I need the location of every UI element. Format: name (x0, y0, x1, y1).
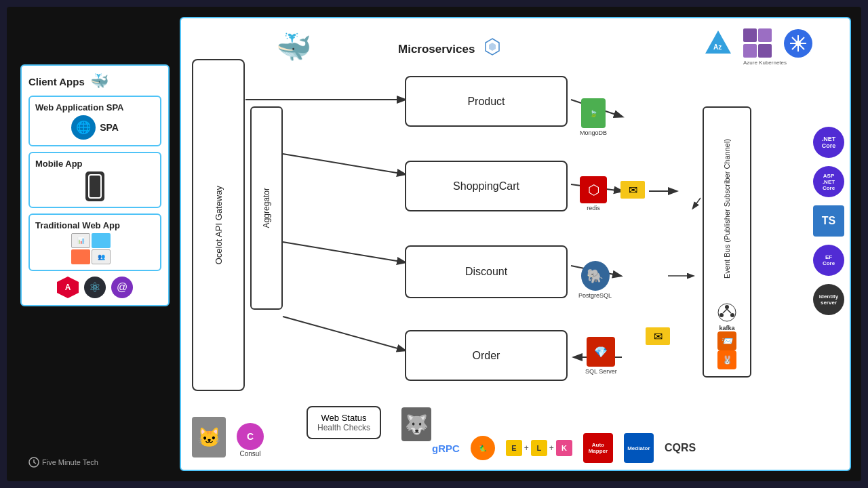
microservices-text: Microservices (398, 43, 475, 56)
gateway-container: Ocelot API Gateway (192, 59, 245, 391)
sidebar-client-apps: Client Apps 🐳 Web Application SPA 🌐 SPA … (20, 64, 170, 306)
elasticsearch-icon: E (506, 440, 522, 456)
grpc-text: gRPC (432, 443, 460, 454)
elk-icons: E + L + K (506, 440, 572, 456)
svg-line-14 (283, 317, 405, 350)
shoppingcart-label: ShoppingCart (453, 180, 519, 192)
masstransit-icon: 📨 (717, 331, 736, 350)
sqlserver-icon: 💎 SQL Server (585, 337, 617, 375)
sidebar-item-web-spa[interactable]: Web Application SPA 🌐 SPA (28, 96, 161, 146)
product-label: Product (467, 96, 505, 108)
svg-point-24 (730, 313, 734, 317)
kafka-label: kafka (719, 325, 734, 331)
typescript-icon: TS (813, 205, 844, 237)
bottom-diag-logos: 🐱 C Consul (192, 417, 264, 458)
consul-label: Consul (239, 450, 260, 458)
docker-mini-icon: 🐳 (90, 73, 108, 90)
webstatus-box: Web Status Health Checks (307, 406, 381, 439)
shoppingcart-service-box: ShoppingCart (405, 161, 568, 211)
svg-line-27 (723, 309, 727, 313)
web-spa-label: Web Application SPA (35, 102, 155, 113)
polly-icon: 🦜 (471, 436, 495, 460)
consul-icon: C (237, 423, 264, 450)
azure-icons: Az Azure Kubernetes (704, 28, 812, 58)
svg-line-13 (283, 242, 405, 262)
ef-core-icon: EFCore (813, 245, 844, 276)
aspnet-icon: ASP.NETCore (813, 166, 844, 197)
phone-icon (85, 171, 104, 201)
redis-label: redis (587, 205, 600, 211)
sidebar-bottom-logos: A ⚛ @ (28, 277, 161, 298)
kibana-icon: K (556, 440, 572, 456)
svg-marker-2 (489, 43, 496, 51)
ocelot-logo: 🐱 (192, 417, 226, 458)
order-service-box: Order (405, 330, 568, 381)
svg-line-12 (283, 154, 405, 174)
outer-frame: Client Apps 🐳 Web Application SPA 🌐 SPA … (7, 7, 861, 481)
postgresql-icon: 🐘 PostgreSQL (578, 261, 612, 299)
aks-icon: Azure Kubernetes (743, 28, 773, 58)
traditional-icon: 📊 👥 (71, 233, 119, 264)
automapper-icon: AutoMapper (583, 433, 613, 463)
postgresql-label: PostgreSQL (578, 292, 612, 299)
eventbus-container: Event Bus (Publisher Subscriber Channel)… (703, 106, 751, 378)
dotnet-icon: .NETCore (813, 127, 844, 158)
sidebar-item-mobile[interactable]: Mobile App (28, 152, 161, 208)
svg-point-25 (719, 313, 724, 317)
kubernetes-icon (784, 29, 812, 58)
discount-service-box: Discount (405, 245, 568, 298)
mobile-label: Mobile App (35, 159, 155, 169)
microservices-label: Microservices (398, 37, 505, 62)
consul-section: C Consul (237, 423, 264, 458)
sidebar-item-traditional[interactable]: Traditional Web App 📊 👥 (28, 214, 161, 271)
svg-point-23 (725, 305, 729, 309)
traditional-label: Traditional Web App (35, 220, 155, 230)
eventbus-label: Event Bus (Publisher Subscriber Channel) (722, 115, 732, 303)
globe-icon: 🌐 (71, 115, 96, 140)
docker-icon: 🐳 (276, 30, 311, 64)
watchdog-icon: 🐺 (401, 407, 431, 441)
microservices-icon (480, 37, 505, 62)
webstatus-line1: Web Status (317, 413, 370, 423)
mongodb-label: MongoDB (580, 129, 607, 136)
aggregator-container: Aggregator (250, 106, 283, 310)
sqlserver-label: SQL Server (585, 368, 617, 375)
spa-label: SPA (100, 122, 119, 133)
azure-icon: Az (704, 29, 732, 58)
angular-icon: A (57, 277, 79, 298)
sidebar-title-text: Client Apps (28, 76, 85, 87)
cqrs-label: CQRS (665, 442, 696, 454)
main-diagram: 🐳 Microservices Az (180, 17, 851, 471)
svg-line-26 (727, 309, 731, 313)
discount-label: Discount (465, 266, 507, 278)
rabbitmq-icon: 🐰 (717, 350, 736, 369)
logstash-icon: L (531, 440, 547, 456)
svg-text:Az: Az (713, 43, 722, 51)
fivemin-label: Five Minute Tech (42, 458, 98, 466)
mongodb-icon: 🍃 MongoDB (580, 98, 607, 136)
svg-line-20 (693, 198, 701, 208)
bottom-tech-strip: gRPC 🦜 E + L + K AutoMapper Mediator CQR… (432, 433, 696, 463)
right-tech-panel: .NETCore ASP.NETCore TS EFCore identitys… (813, 127, 844, 315)
grpc-badge: gRPC (432, 443, 460, 454)
blazor-icon: @ (111, 277, 133, 298)
sidebar-title: Client Apps 🐳 (28, 73, 161, 90)
gateway-label: Ocelot API Gateway (214, 186, 224, 264)
email-icon-discount: ✉ (646, 327, 670, 345)
kafka-section: kafka (717, 303, 736, 331)
aggregator-label: Aggregator (262, 188, 271, 228)
mediator-icon: Mediator (624, 433, 654, 463)
order-label: Order (473, 350, 500, 362)
fivemin-tech-logo: Five Minute Tech (28, 457, 98, 468)
identity-server-icon: identityserver (813, 284, 844, 315)
webstatus-line2: Health Checks (317, 423, 370, 432)
product-service-box: Product (405, 76, 568, 127)
email-icon-shopping: ✉ (620, 181, 645, 199)
redis-icon: ⬡ redis (580, 176, 607, 211)
kafka-icon (717, 303, 736, 322)
react-icon: ⚛ (84, 277, 106, 298)
